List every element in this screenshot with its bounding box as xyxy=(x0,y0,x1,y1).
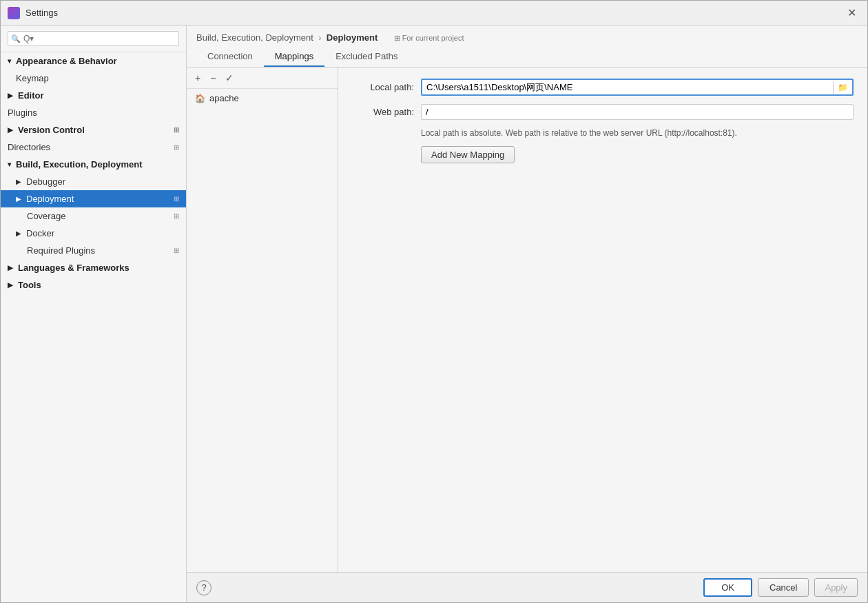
remove-server-button[interactable]: − xyxy=(207,72,218,84)
sidebar-item-required-plugins[interactable]: Required Plugins ⊞ xyxy=(1,242,186,259)
cancel-button[interactable]: Cancel xyxy=(758,578,809,597)
collapse-arrow-languages: ▶ xyxy=(8,264,13,272)
server-item-apache[interactable]: 🏠 apache xyxy=(187,89,338,108)
collapse-arrow-deployment: ▶ xyxy=(16,195,21,203)
left-panel: + − ✓ 🏠 apache xyxy=(187,68,338,572)
sidebar-item-plugins[interactable]: Plugins xyxy=(1,104,186,121)
collapse-arrow-editor: ▶ xyxy=(8,92,13,99)
browse-button[interactable]: 📁 xyxy=(833,81,852,94)
search-icon: 🔍 xyxy=(11,34,21,43)
server-icon: 🏠 xyxy=(195,94,205,103)
collapse-arrow-vc: ▶ xyxy=(8,126,13,134)
sidebar-item-debugger[interactable]: ▶ Debugger xyxy=(1,173,186,190)
dirs-badge: ⊞ xyxy=(174,143,179,151)
info-text: Local path is absolute. Web path is rela… xyxy=(421,128,854,138)
local-path-label: Local path: xyxy=(352,82,414,92)
search-bar: 🔍 xyxy=(1,25,186,52)
server-list: 🏠 apache xyxy=(187,89,338,572)
search-wrapper: 🔍 xyxy=(8,31,179,46)
req-plugins-badge: ⊞ xyxy=(174,247,179,254)
content-area: + − ✓ 🏠 apache Local path: xyxy=(187,68,867,572)
main-content: Build, Execution, Deployment › Deploymen… xyxy=(187,25,867,602)
sidebar-item-languages[interactable]: ▶ Languages & Frameworks xyxy=(1,259,186,276)
sidebar-item-build-execution[interactable]: ▾ Build, Execution, Deployment xyxy=(1,156,186,173)
sidebar-item-keymap[interactable]: Keymap xyxy=(1,70,186,87)
local-path-input[interactable] xyxy=(422,80,833,94)
local-path-input-wrapper: 📁 xyxy=(421,79,854,96)
sidebar-item-appearance[interactable]: ▾ Appearance & Behavior xyxy=(1,52,186,70)
breadcrumb-sep: › xyxy=(318,32,321,43)
sidebar: 🔍 ▾ Appearance & Behavior Keymap ▶ Edito… xyxy=(1,25,187,602)
sidebar-item-deployment[interactable]: ▶ Deployment ⊞ xyxy=(1,190,186,207)
add-server-button[interactable]: + xyxy=(192,72,203,84)
tab-mappings[interactable]: Mappings xyxy=(264,47,324,67)
tab-excluded-paths[interactable]: Excluded Paths xyxy=(324,47,409,67)
bottom-bar: ? OK Cancel Apply xyxy=(187,572,867,602)
sidebar-item-coverage[interactable]: Coverage ⊞ xyxy=(1,207,186,225)
collapse-arrow-bed: ▾ xyxy=(8,161,11,168)
check-server-button[interactable]: ✓ xyxy=(223,72,236,84)
web-path-input[interactable] xyxy=(421,104,854,120)
web-path-row: Web path: xyxy=(352,104,854,120)
left-panel-toolbar: + − ✓ xyxy=(187,68,338,89)
action-buttons: OK Cancel Apply xyxy=(703,578,858,597)
sidebar-item-tools[interactable]: ▶ Tools xyxy=(1,276,186,294)
local-path-row: Local path: 📁 xyxy=(352,79,854,96)
main-header: Build, Execution, Deployment › Deploymen… xyxy=(187,25,867,68)
close-button[interactable]: ✕ xyxy=(843,6,860,20)
sidebar-item-docker[interactable]: ▶ Docker xyxy=(1,225,186,242)
collapse-arrow-appearance: ▾ xyxy=(8,57,11,65)
add-new-mapping-button[interactable]: Add New Mapping xyxy=(421,146,515,163)
collapse-arrow-debugger: ▶ xyxy=(16,178,21,185)
deployment-badge: ⊞ xyxy=(174,195,179,203)
ok-button[interactable]: OK xyxy=(703,578,752,597)
collapse-arrow-docker: ▶ xyxy=(16,229,21,237)
window-title: Settings xyxy=(25,8,58,18)
sidebar-item-directories[interactable]: Directories ⊞ xyxy=(1,139,186,156)
coverage-badge: ⊞ xyxy=(174,212,179,220)
sidebar-item-version-control[interactable]: ▶ Version Control ⊞ xyxy=(1,121,186,139)
right-panel: Local path: 📁 Web path: Local path is ab… xyxy=(338,68,867,572)
web-path-label: Web path: xyxy=(352,107,414,117)
vc-badge: ⊞ xyxy=(174,126,179,134)
help-button[interactable]: ? xyxy=(196,580,211,595)
collapse-arrow-tools: ▶ xyxy=(8,281,13,289)
tab-connection[interactable]: Connection xyxy=(196,47,264,67)
tabs-bar: Connection Mappings Excluded Paths xyxy=(196,47,858,67)
title-bar-left: Settings xyxy=(8,7,58,19)
settings-window: Settings ✕ 🔍 ▾ Appearance & Behavior Key… xyxy=(0,0,868,603)
app-icon xyxy=(8,7,20,19)
apply-button[interactable]: Apply xyxy=(814,578,858,597)
body: 🔍 ▾ Appearance & Behavior Keymap ▶ Edito… xyxy=(1,25,867,602)
title-bar: Settings ✕ xyxy=(1,1,867,25)
breadcrumb: Build, Execution, Deployment › Deploymen… xyxy=(196,32,858,43)
search-input[interactable] xyxy=(8,31,179,46)
sidebar-item-editor[interactable]: ▶ Editor xyxy=(1,87,186,104)
